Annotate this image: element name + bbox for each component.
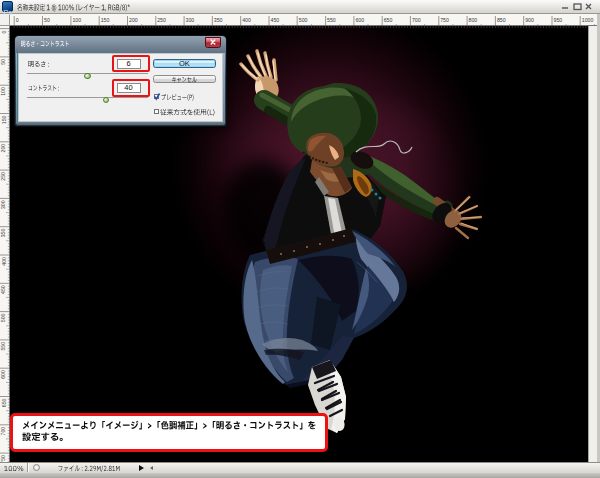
svg-text:650: 650 (384, 17, 393, 23)
svg-text:900: 900 (525, 17, 534, 23)
svg-text:400: 400 (1, 257, 7, 266)
svg-text:750: 750 (440, 17, 449, 23)
svg-text:450: 450 (271, 17, 280, 23)
svg-text:700: 700 (1, 427, 7, 436)
svg-text:550: 550 (1, 342, 7, 351)
svg-text:550: 550 (327, 17, 336, 23)
svg-text:950: 950 (554, 17, 563, 23)
svg-text:350: 350 (214, 17, 223, 23)
svg-text:200: 200 (1, 144, 7, 153)
svg-text:100: 100 (72, 17, 81, 23)
svg-text:150: 150 (1, 115, 7, 124)
svg-text:250: 250 (157, 17, 166, 23)
svg-text:300: 300 (1, 200, 7, 209)
svg-text:1000: 1000 (582, 17, 594, 23)
svg-text:0: 0 (16, 17, 19, 23)
svg-text:150: 150 (101, 17, 110, 23)
svg-text:0: 0 (1, 30, 7, 33)
svg-text:50: 50 (1, 59, 7, 65)
svg-text:450: 450 (1, 285, 7, 294)
svg-text:750: 750 (1, 455, 7, 462)
svg-text:400: 400 (242, 17, 251, 23)
svg-text:OK: OK (179, 59, 190, 68)
svg-text:100: 100 (1, 87, 7, 96)
svg-text:700: 700 (412, 17, 421, 23)
svg-text:200: 200 (129, 17, 138, 23)
svg-text:650: 650 (1, 398, 7, 407)
svg-text:250: 250 (1, 172, 7, 181)
svg-text:500: 500 (299, 17, 308, 23)
svg-text:500: 500 (1, 313, 7, 322)
svg-text:850: 850 (497, 17, 506, 23)
svg-text:800: 800 (469, 17, 478, 23)
svg-text:600: 600 (355, 17, 364, 23)
svg-text:600: 600 (1, 370, 7, 379)
svg-text:50: 50 (44, 17, 50, 23)
svg-text:350: 350 (1, 229, 7, 238)
svg-text:Ps: Ps (4, 9, 13, 16)
svg-text:300: 300 (186, 17, 195, 23)
